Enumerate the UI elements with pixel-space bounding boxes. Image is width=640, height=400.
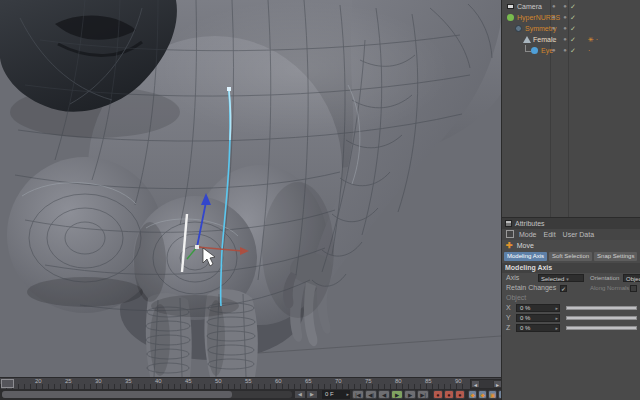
ruler-frame-label: 70: [335, 378, 342, 385]
next-frame-button[interactable]: ▶: [404, 390, 416, 399]
visibility-toggles[interactable]: ● ●: [552, 34, 568, 45]
autokey-button[interactable]: ◆: [478, 390, 487, 399]
visibility-toggles[interactable]: ● ●: [552, 1, 568, 12]
frame-spinner-icon[interactable]: ▸: [346, 390, 349, 399]
visibility-toggles[interactable]: ● ●: [552, 23, 568, 34]
field-spinner-icon[interactable]: ▸: [555, 325, 558, 332]
attributes-panel: Attributes ModeEditUser Data ✚Move Model…: [502, 217, 640, 400]
record-position-button[interactable]: ●: [433, 390, 443, 399]
plus-icon: ✚: [506, 241, 513, 250]
ruler-frame-label: 45: [185, 378, 192, 385]
field-spinner-icon[interactable]: ▸: [555, 305, 558, 312]
chevron-down-icon: ▾: [566, 276, 569, 282]
ruler-frame-label: 25: [65, 378, 72, 385]
menu-item-edit[interactable]: Edit: [544, 231, 556, 238]
slider-row-y: Y 0 %▸: [502, 313, 640, 323]
slider-value-field[interactable]: 0 %▸: [516, 314, 560, 322]
hypernurbs-icon[interactable]: [507, 14, 514, 21]
axis-value: Selected: [541, 276, 564, 282]
timeline-playhead[interactable]: [1, 379, 14, 388]
section-header: Modeling Axis: [502, 263, 640, 273]
orientation-dropdown[interactable]: Object: [623, 274, 640, 282]
enabled-toggle[interactable]: ✓: [570, 1, 576, 12]
enabled-toggle[interactable]: ✓: [570, 23, 576, 34]
ruler-frame-label: 20: [35, 378, 42, 385]
object-label: Object: [506, 293, 526, 303]
viewport-3d[interactable]: [0, 0, 501, 377]
record-rotation-button[interactable]: ●: [455, 390, 465, 399]
prev-frame-button[interactable]: ◀: [378, 390, 390, 399]
viewport-scene: [0, 0, 501, 377]
ruler-frame-label: 75: [365, 378, 372, 385]
slider-value-field[interactable]: 0 %▸: [516, 324, 560, 332]
slider-axis-label: Y: [506, 313, 511, 323]
visibility-toggles[interactable]: ● ●: [552, 12, 568, 23]
key-options-button[interactable]: ▣: [488, 390, 497, 399]
retain-changes-label: Retain Changes: [506, 283, 556, 293]
slider-track[interactable]: [566, 306, 637, 310]
ruler-frame-label: 85: [425, 378, 432, 385]
current-frame-value: 0 F: [325, 391, 334, 397]
attributes-tabs: Modeling AxisSoft SelectionSnap Settings: [502, 252, 640, 263]
ruler-frame-label: 35: [125, 378, 132, 385]
tab-snap-settings[interactable]: Snap Settings: [594, 252, 637, 261]
axis-dropdown[interactable]: Selected▾: [538, 274, 584, 282]
slider-axis-label: Z: [506, 323, 510, 333]
prev-key-button[interactable]: ◀|: [365, 390, 377, 399]
ruler-frame-label: 40: [155, 378, 162, 385]
active-tool-label: Move: [517, 242, 534, 249]
axis-sliders: X 0 %▸ Y 0 %▸ Z 0 %▸: [502, 303, 640, 333]
enabled-toggle[interactable]: ✓: [570, 12, 576, 23]
object-name[interactable]: Camera: [517, 1, 542, 12]
symmetry-icon[interactable]: [515, 25, 522, 32]
object-manager-row[interactable]: HyperNURBS● ●✓: [502, 12, 640, 23]
slider-value-field[interactable]: 0 %▸: [516, 304, 560, 312]
play-button[interactable]: ▶: [391, 390, 403, 399]
ruler-frame-label: 60: [275, 378, 282, 385]
horizontal-scrollbar-thumb[interactable]: [2, 391, 232, 398]
ruler-frame-label: 80: [395, 378, 402, 385]
panel-icon: [505, 220, 512, 227]
menu-item-user-data[interactable]: User Data: [563, 231, 595, 238]
field-spinner-icon[interactable]: ▸: [555, 315, 558, 322]
animation-toolbar: ◀ ▶ 0 F ▸ |◀◀|◀▶▶▶|●●●◆◆▣♪: [0, 389, 505, 400]
polygon-icon[interactable]: [523, 36, 531, 43]
object-manager-row[interactable]: Symmetry● ●✓: [502, 23, 640, 34]
object-manager: Camera● ●✓HyperNURBS● ●✓Symmetry● ●✓Fema…: [502, 1, 640, 56]
menu-item-mode[interactable]: Mode: [519, 231, 537, 238]
timeline-ruler[interactable]: 15202530354045505560657075808590 ◂ ▸: [0, 377, 505, 389]
visibility-toggles[interactable]: ● ●: [552, 45, 568, 56]
spline-icon[interactable]: [531, 47, 538, 54]
object-manager-row[interactable]: Female● ●✓✳ ·: [502, 34, 640, 45]
object-tag-icon[interactable]: ·: [588, 45, 590, 56]
object-manager-row[interactable]: Camera● ●✓: [502, 1, 640, 12]
object-row: Object: [502, 293, 640, 303]
enabled-toggle[interactable]: ✓: [570, 45, 576, 56]
record-key-button[interactable]: ◆: [468, 390, 477, 399]
camera-icon[interactable]: [507, 4, 514, 9]
orientation-value: Object: [626, 276, 640, 282]
current-frame-field[interactable]: 0 F ▸: [322, 390, 350, 399]
orientation-label: Orientation: [590, 273, 619, 283]
attributes-title: Attributes: [515, 220, 545, 227]
menu-icon: [506, 230, 514, 238]
enabled-toggle[interactable]: ✓: [570, 34, 576, 45]
timeline-scroll-left-button[interactable]: ◂: [471, 380, 480, 388]
slider-track[interactable]: [566, 316, 637, 320]
tab-modeling-axis[interactable]: Modeling Axis: [504, 252, 547, 261]
record-scale-button[interactable]: ●: [444, 390, 454, 399]
horizontal-scrollbar[interactable]: [2, 391, 292, 398]
goto-end-button[interactable]: ▶|: [417, 390, 429, 399]
goto-start-button[interactable]: |◀: [352, 390, 364, 399]
right-panel: Camera● ●✓HyperNURBS● ●✓Symmetry● ●✓Fema…: [501, 0, 640, 400]
attributes-menubar: ModeEditUser Data: [502, 229, 640, 240]
object-manager-row[interactable]: Eye● ●✓·: [502, 45, 640, 56]
along-normals-checkbox[interactable]: [630, 285, 637, 292]
scroll-left-button[interactable]: ◀: [295, 391, 305, 398]
scroll-right-button[interactable]: ▶: [307, 391, 317, 398]
tab-soft-selection[interactable]: Soft Selection: [549, 252, 592, 261]
retain-changes-checkbox[interactable]: ✓: [560, 285, 567, 292]
slider-track[interactable]: [566, 326, 637, 330]
slider-row-x: X 0 %▸: [502, 303, 640, 313]
object-tag-icon[interactable]: ✳ ·: [588, 34, 598, 45]
